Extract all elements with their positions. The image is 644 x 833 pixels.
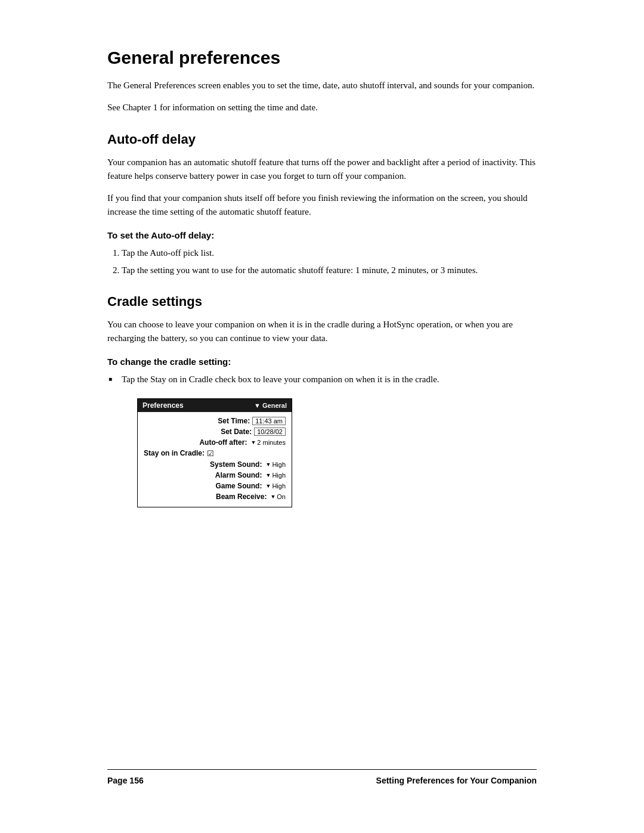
game-sound-value: High	[272, 482, 286, 490]
cradle-para-1: You can choose to leave your companion o…	[107, 318, 537, 346]
page-title: General preferences	[107, 48, 537, 68]
auto-off-subsection-label: To set the Auto-off delay:	[107, 230, 537, 240]
game-sound-label: Game Sound:	[215, 482, 262, 490]
device-header: Preferences ▼ General	[138, 399, 292, 412]
beam-receive-arrow: ▼	[270, 494, 275, 500]
system-sound-arrow: ▼	[265, 462, 271, 467]
system-sound-label: System Sound:	[210, 460, 262, 469]
autooff-value: 2 minutes	[257, 439, 286, 446]
device-row-system-sound: System Sound: ▼ High	[144, 459, 286, 470]
device-row-game-sound: Game Sound: ▼ High	[144, 481, 286, 491]
auto-off-heading: Auto-off delay	[107, 132, 537, 147]
device-header-dropdown: ▼ General	[254, 402, 287, 409]
device-body: Set Time: 11:43 am Set Date: 10/28/02 Au…	[138, 412, 292, 507]
auto-off-step-1: Tap the Auto-off pick list.	[122, 246, 537, 260]
alarm-sound-value: High	[272, 472, 286, 479]
set-time-label: Set Time:	[218, 417, 250, 425]
footer-page-number: Page 156	[107, 776, 144, 785]
auto-off-para-1: Your companion has an automatic shutoff …	[107, 156, 537, 184]
autooff-arrow: ▼	[250, 439, 256, 445]
alarm-sound-label: Alarm Sound:	[215, 471, 262, 479]
device-row-set-time: Set Time: 11:43 am	[144, 416, 286, 426]
cradle-subsection-label: To change the cradle setting:	[107, 357, 537, 367]
device-row-set-date: Set Date: 10/28/02	[144, 426, 286, 437]
set-date-value: 10/28/02	[254, 428, 286, 436]
intro-paragraph-1: The General Preferences screen enables y…	[107, 79, 537, 92]
footer-section-title: Setting Preferences for Your Companion	[376, 776, 537, 785]
system-sound-value: High	[272, 461, 286, 468]
cradle-device-label: Stay on in Cradle:	[144, 449, 205, 457]
cradle-bullet-1: Tap the Stay on in Cradle check box to l…	[107, 373, 537, 386]
autooff-label: Auto-off after:	[199, 438, 247, 447]
device-row-cradle: Stay on in Cradle: ☑	[144, 448, 286, 459]
set-time-value: 11:43 am	[252, 417, 286, 425]
auto-off-section: Auto-off delay Your companion has an aut…	[107, 132, 537, 278]
beam-receive-value: On	[277, 493, 286, 500]
page-footer: Page 156 Setting Preferences for Your Co…	[107, 769, 537, 785]
page-container: General preferences The General Preferen…	[0, 0, 644, 833]
auto-off-para-2: If you find that your companion shuts it…	[107, 191, 537, 219]
device-screenshot: Preferences ▼ General Set Time: 11:43 am…	[137, 398, 292, 507]
device-header-title: Preferences	[143, 401, 184, 410]
cradle-section: Cradle settings You can choose to leave …	[107, 294, 537, 507]
cradle-checkbox: ☑	[207, 449, 214, 458]
beam-receive-label: Beam Receive:	[216, 493, 267, 501]
auto-off-step-2: Tap the setting you want to use for the …	[122, 264, 537, 277]
cradle-bullets: Tap the Stay on in Cradle check box to l…	[107, 373, 537, 386]
cradle-heading: Cradle settings	[107, 294, 537, 309]
set-date-label: Set Date:	[221, 428, 252, 436]
device-row-beam-receive: Beam Receive: ▼ On	[144, 491, 286, 502]
device-row-autooff: Auto-off after: ▼ 2 minutes	[144, 437, 286, 448]
game-sound-arrow: ▼	[265, 483, 271, 489]
alarm-sound-arrow: ▼	[265, 472, 271, 478]
see-also-text: See Chapter 1 for information on setting…	[107, 101, 537, 114]
content-area: General preferences The General Preferen…	[107, 48, 537, 733]
device-row-alarm-sound: Alarm Sound: ▼ High	[144, 470, 286, 481]
auto-off-steps: Tap the Auto-off pick list. Tap the sett…	[122, 246, 537, 278]
